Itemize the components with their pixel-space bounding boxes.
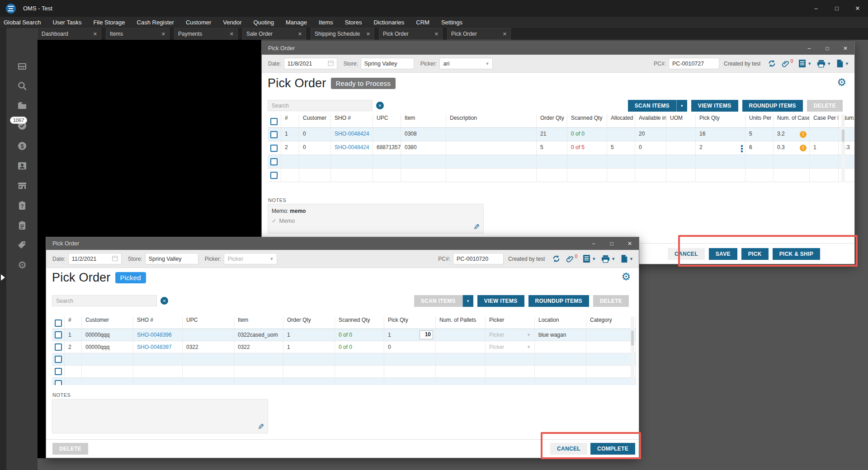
- menu-stores[interactable]: Stores: [345, 19, 362, 26]
- app-close-icon[interactable]: ✕: [847, 0, 868, 17]
- notes-box[interactable]: ✎: [52, 399, 268, 433]
- column-header[interactable]: Picker: [489, 317, 504, 324]
- tag-icon[interactable]: [16, 240, 28, 251]
- column-header[interactable]: Available in Stock: [639, 115, 666, 122]
- calendar-icon[interactable]: [328, 60, 334, 67]
- column-header[interactable]: Order Qty: [287, 317, 311, 324]
- clear-search-icon[interactable]: ✕: [160, 297, 168, 305]
- table-row[interactable]: [268, 169, 854, 182]
- attachment-paperclip-icon[interactable]: 0: [782, 60, 793, 68]
- table-row[interactable]: 10SHO-00484240308210 of 0201653.2!: [268, 128, 854, 141]
- menu-file-storage[interactable]: File Storage: [93, 19, 125, 26]
- select-all-checkbox[interactable]: [270, 118, 278, 125]
- menu-global-search[interactable]: Global Search: [4, 19, 41, 26]
- search-input[interactable]: [268, 100, 373, 111]
- column-header[interactable]: UPC: [186, 317, 198, 324]
- row-checkbox[interactable]: [270, 145, 278, 152]
- scan-items-dropdown-icon[interactable]: ▾: [676, 100, 687, 112]
- column-header[interactable]: SHO #: [137, 317, 153, 324]
- column-header[interactable]: #: [68, 317, 71, 324]
- column-header[interactable]: Allocated Qty: [611, 115, 635, 122]
- column-header[interactable]: Pick Qty: [699, 115, 720, 122]
- close-icon[interactable]: ✕: [621, 237, 639, 250]
- receipt-list-icon[interactable]: ▼: [798, 59, 811, 68]
- column-header[interactable]: Location: [538, 317, 559, 324]
- row-checkbox[interactable]: [55, 331, 62, 338]
- pc-number-field[interactable]: PC-0010727: [669, 58, 719, 69]
- menu-dictionaries[interactable]: Dictionaries: [373, 19, 404, 26]
- document-icon[interactable]: ▼: [621, 254, 633, 263]
- row-checkbox[interactable]: [55, 356, 62, 363]
- pc-number-field[interactable]: PC-0010720: [453, 253, 504, 264]
- store-icon[interactable]: [16, 180, 28, 192]
- edit-notes-pencil-icon[interactable]: ✎: [258, 422, 264, 432]
- view-items-button[interactable]: VIEW ITEMS: [691, 100, 738, 112]
- column-header[interactable]: #: [285, 115, 288, 122]
- table-row[interactable]: 200000qqqSHO-00483970322032210 of 00Pick…: [52, 341, 636, 353]
- picker-select[interactable]: ari▼: [439, 58, 493, 69]
- refresh-icon[interactable]: [552, 254, 561, 263]
- store-field[interactable]: Spring Valley: [145, 253, 198, 264]
- receipt-list-icon[interactable]: ▼: [583, 254, 596, 263]
- maximize-icon[interactable]: □: [818, 42, 836, 55]
- dashboard-icon[interactable]: [16, 61, 28, 72]
- document-icon[interactable]: ▼: [836, 59, 849, 68]
- column-header[interactable]: Pick Qty: [388, 317, 408, 324]
- app-maximize-icon[interactable]: □: [826, 0, 847, 17]
- roundup-items-button[interactable]: ROUNDUP ITEMS: [742, 100, 803, 112]
- column-header[interactable]: Num. of Cases: [777, 115, 810, 122]
- column-header[interactable]: Category: [590, 317, 612, 324]
- settings-gear-icon[interactable]: ⚙: [621, 272, 631, 282]
- date-field[interactable]: 11/2/2021: [68, 253, 122, 264]
- column-header[interactable]: Scanned Qty: [571, 115, 602, 122]
- picker-cell-select[interactable]: Picker: [489, 344, 504, 351]
- view-items-button[interactable]: VIEW ITEMS: [477, 295, 524, 307]
- table-scrollbar[interactable]: [631, 317, 634, 385]
- menu-vendor[interactable]: Vendor: [223, 19, 241, 26]
- folder-icon[interactable]: [16, 100, 28, 112]
- column-header[interactable]: Case Per Pallet: [813, 115, 839, 122]
- table-scrollbar[interactable]: [841, 115, 845, 182]
- table-row[interactable]: [52, 353, 636, 366]
- tab-items[interactable]: Items✕: [106, 28, 170, 40]
- select-all-checkbox[interactable]: [55, 320, 62, 327]
- column-header[interactable]: UOM: [670, 115, 683, 122]
- sho-link[interactable]: SHO-0048424: [335, 131, 369, 137]
- row-checkbox[interactable]: [270, 172, 278, 179]
- row-checkbox[interactable]: [55, 368, 62, 375]
- tab-pick-order-2[interactable]: Pick Order✕: [447, 28, 511, 40]
- column-header[interactable]: UPC: [377, 115, 388, 122]
- roundup-items-button[interactable]: ROUNDUP ITEMS: [528, 295, 589, 307]
- row-checkbox[interactable]: [55, 343, 62, 351]
- payments-dollar-icon[interactable]: $: [16, 140, 28, 152]
- column-header[interactable]: Order Qty: [540, 115, 564, 122]
- clipboard-question-icon[interactable]: ?: [16, 200, 28, 212]
- tab-close-icon[interactable]: ✕: [366, 31, 370, 37]
- sidebar-expand-arrow-icon[interactable]: [1, 274, 5, 281]
- search-icon[interactable]: [16, 80, 28, 92]
- tab-close-icon[interactable]: ✕: [434, 31, 439, 37]
- column-header[interactable]: Description: [450, 115, 477, 122]
- column-header[interactable]: Scanned Qty: [339, 317, 370, 324]
- sho-link[interactable]: SHO-0048396: [137, 332, 172, 338]
- menu-quoting[interactable]: Quoting: [253, 19, 274, 26]
- tab-close-icon[interactable]: ✕: [161, 31, 165, 37]
- table-row[interactable]: 20SHO-0048424688713577038050 of 550260.3…: [268, 141, 854, 155]
- menu-settings[interactable]: Settings: [441, 19, 462, 26]
- table-row[interactable]: [268, 155, 854, 169]
- column-header[interactable]: Units Per Case: [749, 115, 774, 122]
- clipboard-list-icon[interactable]: [16, 220, 28, 231]
- row-checkbox[interactable]: [55, 380, 62, 385]
- minimize-icon[interactable]: –: [800, 42, 818, 55]
- contacts-icon[interactable]: [16, 160, 28, 172]
- edit-notes-pencil-icon[interactable]: ✎: [473, 222, 480, 232]
- window-titlebar[interactable]: Pick Order – □ ✕: [262, 42, 854, 55]
- print-icon[interactable]: ▼: [817, 60, 831, 68]
- table-row[interactable]: [52, 378, 636, 385]
- refresh-icon[interactable]: [768, 59, 776, 68]
- tab-close-icon[interactable]: ✕: [298, 31, 302, 37]
- menu-crm[interactable]: CRM: [416, 19, 429, 26]
- date-field[interactable]: 11/8/2021: [284, 58, 337, 69]
- tab-payments[interactable]: Payments✕: [174, 28, 238, 40]
- maximize-icon[interactable]: □: [603, 237, 621, 250]
